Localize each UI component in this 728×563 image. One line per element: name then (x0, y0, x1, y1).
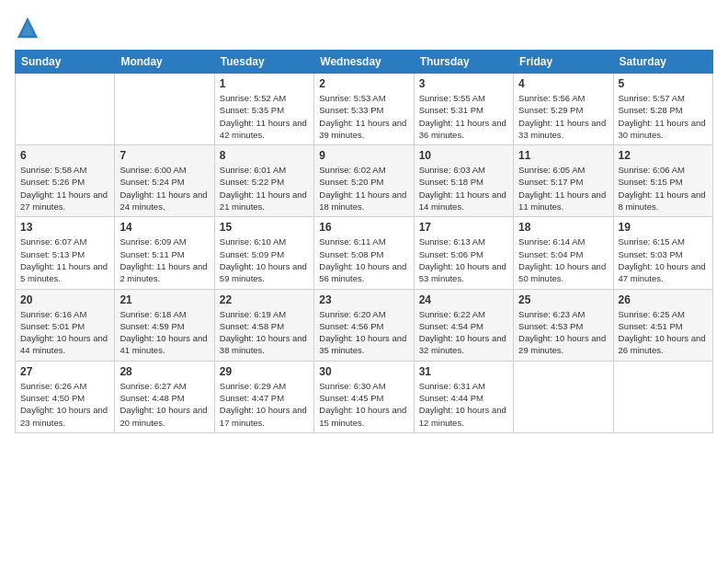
day-number: 18 (518, 221, 608, 234)
day-info: Sunrise: 6:20 AM Sunset: 4:56 PM Dayligh… (319, 308, 408, 357)
day-number: 15 (220, 221, 309, 234)
day-number: 26 (619, 293, 708, 306)
day-number: 21 (119, 293, 209, 306)
calendar-cell: 1Sunrise: 5:52 AM Sunset: 5:35 PM Daylig… (214, 74, 313, 145)
calendar-cell: 24Sunrise: 6:22 AM Sunset: 4:54 PM Dayli… (414, 289, 513, 361)
calendar-cell (115, 74, 214, 145)
day-number: 22 (220, 293, 309, 306)
day-info: Sunrise: 6:15 AM Sunset: 5:03 PM Dayligh… (619, 236, 708, 284)
day-number: 9 (319, 149, 408, 162)
weekday-header: Sunday (16, 51, 115, 74)
day-info: Sunrise: 6:02 AM Sunset: 5:20 PM Dayligh… (319, 164, 408, 213)
day-number: 11 (518, 149, 608, 162)
day-number: 1 (220, 77, 309, 90)
day-info: Sunrise: 5:58 AM Sunset: 5:26 PM Dayligh… (20, 164, 109, 213)
day-info: Sunrise: 6:07 AM Sunset: 5:13 PM Dayligh… (20, 236, 109, 284)
logo (15, 15, 44, 40)
day-info: Sunrise: 6:11 AM Sunset: 5:08 PM Dayligh… (319, 236, 408, 284)
page-header (15, 15, 713, 40)
day-info: Sunrise: 6:14 AM Sunset: 5:04 PM Dayligh… (518, 236, 608, 284)
day-info: Sunrise: 6:30 AM Sunset: 4:45 PM Dayligh… (319, 380, 408, 429)
calendar-week-row: 20Sunrise: 6:16 AM Sunset: 5:01 PM Dayli… (16, 289, 713, 361)
day-info: Sunrise: 6:10 AM Sunset: 5:09 PM Dayligh… (220, 236, 309, 284)
day-number: 29 (220, 365, 309, 378)
day-number: 4 (518, 77, 608, 90)
calendar-cell: 3Sunrise: 5:55 AM Sunset: 5:31 PM Daylig… (414, 74, 513, 145)
day-info: Sunrise: 6:26 AM Sunset: 4:50 PM Dayligh… (20, 380, 109, 429)
calendar-cell (613, 361, 712, 432)
day-info: Sunrise: 6:09 AM Sunset: 5:11 PM Dayligh… (119, 236, 209, 284)
calendar-cell: 26Sunrise: 6:25 AM Sunset: 4:51 PM Dayli… (613, 289, 712, 361)
weekday-header: Thursday (414, 51, 513, 74)
calendar-cell: 2Sunrise: 5:53 AM Sunset: 5:33 PM Daylig… (314, 74, 414, 145)
day-info: Sunrise: 6:05 AM Sunset: 5:17 PM Dayligh… (518, 164, 608, 213)
calendar-cell: 17Sunrise: 6:13 AM Sunset: 5:06 PM Dayli… (414, 217, 513, 289)
day-info: Sunrise: 6:03 AM Sunset: 5:18 PM Dayligh… (419, 164, 508, 213)
calendar-cell: 4Sunrise: 5:56 AM Sunset: 5:29 PM Daylig… (514, 74, 613, 145)
calendar-table: SundayMondayTuesdayWednesdayThursdayFrid… (15, 50, 713, 433)
day-number: 23 (319, 293, 408, 306)
day-info: Sunrise: 6:00 AM Sunset: 5:24 PM Dayligh… (119, 164, 209, 213)
calendar-cell: 22Sunrise: 6:19 AM Sunset: 4:58 PM Dayli… (214, 289, 313, 361)
calendar-cell: 23Sunrise: 6:20 AM Sunset: 4:56 PM Dayli… (314, 289, 414, 361)
calendar-cell: 5Sunrise: 5:57 AM Sunset: 5:28 PM Daylig… (613, 74, 712, 145)
day-info: Sunrise: 6:06 AM Sunset: 5:15 PM Dayligh… (619, 164, 708, 213)
day-info: Sunrise: 5:56 AM Sunset: 5:29 PM Dayligh… (518, 92, 608, 141)
calendar-cell: 30Sunrise: 6:30 AM Sunset: 4:45 PM Dayli… (314, 361, 414, 432)
calendar-cell (514, 361, 613, 432)
day-info: Sunrise: 5:55 AM Sunset: 5:31 PM Dayligh… (419, 92, 508, 141)
day-number: 25 (518, 293, 608, 306)
calendar-cell: 16Sunrise: 6:11 AM Sunset: 5:08 PM Dayli… (314, 217, 414, 289)
calendar-cell: 25Sunrise: 6:23 AM Sunset: 4:53 PM Dayli… (514, 289, 613, 361)
weekday-header: Tuesday (214, 51, 313, 74)
day-number: 10 (419, 149, 508, 162)
weekday-header: Wednesday (314, 51, 414, 74)
day-info: Sunrise: 6:18 AM Sunset: 4:59 PM Dayligh… (119, 308, 209, 357)
day-info: Sunrise: 6:27 AM Sunset: 4:48 PM Dayligh… (119, 380, 209, 429)
day-info: Sunrise: 6:01 AM Sunset: 5:22 PM Dayligh… (220, 164, 309, 213)
day-number: 3 (419, 77, 508, 90)
calendar-week-row: 1Sunrise: 5:52 AM Sunset: 5:35 PM Daylig… (16, 74, 713, 145)
day-info: Sunrise: 6:19 AM Sunset: 4:58 PM Dayligh… (220, 308, 309, 357)
calendar-cell: 11Sunrise: 6:05 AM Sunset: 5:17 PM Dayli… (514, 145, 613, 217)
day-info: Sunrise: 5:53 AM Sunset: 5:33 PM Dayligh… (319, 92, 408, 141)
day-number: 14 (119, 221, 209, 234)
day-number: 2 (319, 77, 408, 90)
day-number: 30 (319, 365, 408, 378)
calendar-cell: 10Sunrise: 6:03 AM Sunset: 5:18 PM Dayli… (414, 145, 513, 217)
calendar-cell: 6Sunrise: 5:58 AM Sunset: 5:26 PM Daylig… (16, 145, 115, 217)
day-number: 7 (119, 149, 209, 162)
calendar-cell: 27Sunrise: 6:26 AM Sunset: 4:50 PM Dayli… (16, 361, 115, 432)
calendar-week-row: 27Sunrise: 6:26 AM Sunset: 4:50 PM Dayli… (16, 361, 713, 432)
day-info: Sunrise: 6:23 AM Sunset: 4:53 PM Dayligh… (518, 308, 608, 357)
calendar-cell: 20Sunrise: 6:16 AM Sunset: 5:01 PM Dayli… (16, 289, 115, 361)
calendar-cell (16, 74, 115, 145)
calendar-week-row: 6Sunrise: 5:58 AM Sunset: 5:26 PM Daylig… (16, 145, 713, 217)
calendar-cell: 21Sunrise: 6:18 AM Sunset: 4:59 PM Dayli… (115, 289, 214, 361)
day-number: 24 (419, 293, 508, 306)
logo-icon (15, 15, 40, 40)
day-info: Sunrise: 6:31 AM Sunset: 4:44 PM Dayligh… (419, 380, 508, 429)
day-number: 28 (119, 365, 209, 378)
day-number: 17 (419, 221, 508, 234)
calendar-cell: 9Sunrise: 6:02 AM Sunset: 5:20 PM Daylig… (314, 145, 414, 217)
day-number: 31 (419, 365, 508, 378)
day-info: Sunrise: 5:57 AM Sunset: 5:28 PM Dayligh… (619, 92, 708, 141)
day-info: Sunrise: 6:29 AM Sunset: 4:47 PM Dayligh… (220, 380, 309, 429)
day-number: 20 (20, 293, 109, 306)
calendar-week-row: 13Sunrise: 6:07 AM Sunset: 5:13 PM Dayli… (16, 217, 713, 289)
day-number: 27 (20, 365, 109, 378)
calendar-cell: 29Sunrise: 6:29 AM Sunset: 4:47 PM Dayli… (214, 361, 313, 432)
day-number: 6 (20, 149, 109, 162)
calendar-header-row: SundayMondayTuesdayWednesdayThursdayFrid… (16, 51, 713, 74)
calendar-cell: 28Sunrise: 6:27 AM Sunset: 4:48 PM Dayli… (115, 361, 214, 432)
calendar-cell: 18Sunrise: 6:14 AM Sunset: 5:04 PM Dayli… (514, 217, 613, 289)
day-info: Sunrise: 6:16 AM Sunset: 5:01 PM Dayligh… (20, 308, 109, 357)
calendar-cell: 14Sunrise: 6:09 AM Sunset: 5:11 PM Dayli… (115, 217, 214, 289)
day-info: Sunrise: 6:22 AM Sunset: 4:54 PM Dayligh… (419, 308, 508, 357)
day-info: Sunrise: 5:52 AM Sunset: 5:35 PM Dayligh… (220, 92, 309, 141)
day-number: 12 (619, 149, 708, 162)
day-number: 19 (619, 221, 708, 234)
day-info: Sunrise: 6:13 AM Sunset: 5:06 PM Dayligh… (419, 236, 508, 284)
calendar-cell: 13Sunrise: 6:07 AM Sunset: 5:13 PM Dayli… (16, 217, 115, 289)
